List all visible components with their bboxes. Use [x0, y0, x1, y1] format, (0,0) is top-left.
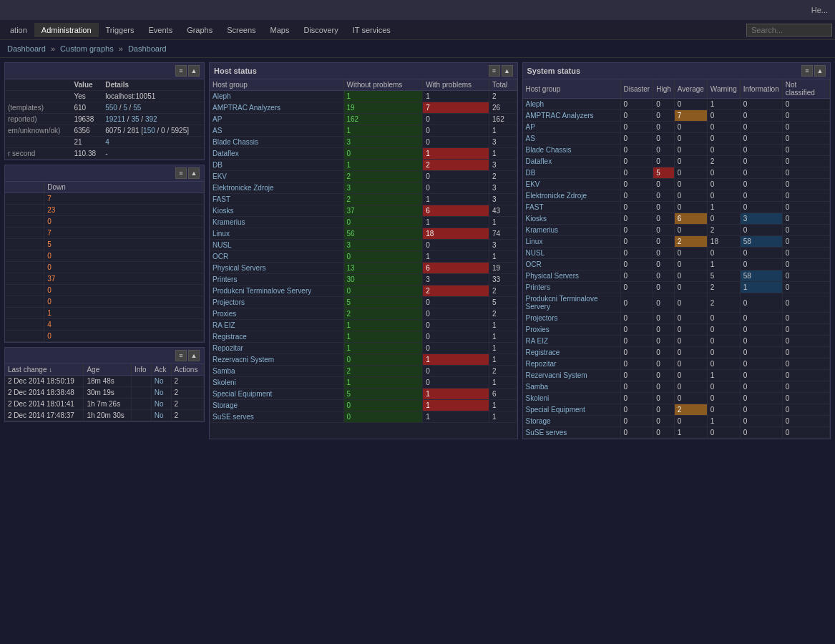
problems-widget-config[interactable]: ≡: [175, 350, 187, 361]
table-row: AP 0 0 0 0 0 0: [523, 122, 830, 133]
down-widget-toggle[interactable]: ▲: [188, 167, 200, 179]
nav-item-screens[interactable]: Screens: [220, 23, 263, 37]
table-row: 0: [5, 262, 204, 273]
table-row: Blade Chassis 3 0 3: [210, 137, 517, 148]
table-row: (templates) 610 550 / 5 / 55: [5, 102, 204, 114]
system-status-widget: System status ≡ ▲ Host group Disaster Hi…: [522, 62, 831, 439]
table-row: AMPTRAC Analyzers 19 7 26: [210, 102, 517, 114]
table-row: reported) 19638 19211 / 35 / 392: [5, 114, 204, 125]
table-row: r second 110.38 -: [5, 148, 204, 160]
table-row: NUSL 3 0 3: [210, 240, 517, 251]
table-row: 7: [5, 193, 204, 205]
table-row: Value Details: [5, 79, 204, 91]
table-row: Linux 0 0 2 18 58 0: [523, 236, 830, 248]
nav-item-maps[interactable]: Maps: [263, 23, 297, 37]
table-row: em/unknown/ok) 6356 6075 / 281 [150 / 0 …: [5, 125, 204, 137]
table-row: EKV 2 0 2: [210, 171, 517, 182]
table-row: Physical Servers 0 0 0 5 58 0: [523, 270, 830, 282]
system-status-table: Host group Disaster High Average Warning…: [523, 79, 831, 439]
table-row: Dataflex 0 0 0 2 0 0: [523, 156, 830, 167]
table-row: Elektronicke Zdroje 0 0 0 0 0 0: [523, 190, 830, 202]
problems-widget-toggle[interactable]: ▲: [188, 350, 200, 361]
system-status-toggle[interactable]: ▲: [814, 65, 826, 77]
table-row: Physical Servers 13 6 19: [210, 263, 517, 274]
down-widget-controls: ≡ ▲: [175, 167, 200, 179]
problems-table: Last change ↓ Age Info Ack Actions 2 Dec…: [5, 364, 204, 421]
host-status-header: Host status ≡ ▲: [210, 63, 517, 79]
top-bar: He...: [0, 0, 835, 20]
system-status-controls: ≡ ▲: [801, 65, 826, 77]
table-row: Repozitar 1 0 1: [210, 343, 517, 354]
table-row: Aleph 0 0 0 1 0 0: [523, 99, 830, 110]
table-row: Samba 0 0 0 0 0 0: [523, 381, 830, 393]
breadcrumb: Dashboard » Custom graphs » Dashboard: [0, 40, 835, 58]
nav-item-triggers[interactable]: Triggers: [99, 23, 142, 37]
table-row: Produkcni Terminalove Servery 0 2 2: [210, 286, 517, 297]
table-row: Kiosks 37 6 43: [210, 205, 517, 217]
problems-widget: ≡ ▲ Last change ↓ Age Info Ack Actions 2…: [4, 347, 205, 422]
table-row: Produkcni Terminalove Servery 0 0 0 2 0 …: [523, 293, 830, 313]
down-widget-header: ≡ ▲: [5, 165, 204, 182]
nav-search[interactable]: [746, 24, 832, 36]
nav-item-it-services[interactable]: IT services: [346, 23, 398, 37]
left-column: ≡ ▲ Value Details Yes localhost:10051: [4, 62, 205, 439]
table-row: AMPTRAC Analyzers 0 0 7 0 0 0: [523, 110, 830, 122]
nav-item-administration[interactable]: Administration: [34, 23, 99, 37]
info-widget-header: ≡ ▲: [5, 63, 204, 79]
table-row: Skoleni 1 0 1: [210, 377, 517, 389]
host-status-controls: ≡ ▲: [489, 65, 513, 77]
table-row: Elektronicke Zdroje 3 0 3: [210, 182, 517, 194]
table-row: Dataflex 0 1 1: [210, 148, 517, 160]
breadcrumb-current[interactable]: Dashboard: [128, 44, 167, 53]
table-row: FAST 0 0 0 1 0 0: [523, 202, 830, 213]
breadcrumb-dashboard[interactable]: Dashboard: [7, 44, 46, 53]
system-status-config[interactable]: ≡: [801, 65, 813, 77]
nav-item-ation[interactable]: ation: [3, 23, 34, 37]
host-status-toggle[interactable]: ▲: [502, 65, 513, 77]
table-row: Special Equipment 5 1 6: [210, 389, 517, 400]
table-row: 2 Dec 2014 18:38:48 30m 19s No 2: [5, 387, 204, 399]
host-status-title: Host status: [214, 67, 257, 75]
table-row: Repozitar 0 0 0 0 0 0: [523, 358, 830, 370]
table-row: Kramerius 0 1 1: [210, 217, 517, 228]
help-link[interactable]: He...: [811, 6, 828, 14]
table-row: DB 0 5 0 0 0 0: [523, 167, 830, 179]
table-row: Proxies 2 0 2: [210, 308, 517, 320]
table-row: AS 0 0 0 0 0 0: [523, 133, 830, 145]
table-row: 1: [5, 308, 204, 319]
table-row: 0: [5, 216, 204, 228]
info-widget-config[interactable]: ≡: [175, 65, 187, 77]
main-content: ≡ ▲ Value Details Yes localhost:10051: [0, 58, 835, 444]
nav-item-events[interactable]: Events: [142, 23, 180, 37]
table-row: Kiosks 0 0 6 0 3 0: [523, 213, 830, 225]
nav-item-graphs[interactable]: Graphs: [180, 23, 220, 37]
down-widget-config[interactable]: ≡: [175, 167, 187, 179]
table-row: Projectors 0 0 0 0 0 0: [523, 313, 830, 324]
host-status-config[interactable]: ≡: [489, 65, 500, 77]
nav-bar: ation Administration Triggers Events Gra…: [0, 20, 835, 40]
table-row: Special Equipment 0 0 2 0 0 0: [523, 404, 830, 416]
table-row: EKV 0 0 0 0 0 0: [523, 179, 830, 190]
table-row: 0: [5, 285, 204, 296]
table-row: 5: [5, 239, 204, 250]
info-widget-toggle[interactable]: ▲: [188, 65, 200, 77]
table-row: Registrace 1 0 1: [210, 331, 517, 343]
problems-widget-header: ≡ ▲: [5, 348, 204, 364]
table-row: Yes localhost:10051: [5, 91, 204, 102]
table-row: 4: [5, 319, 204, 331]
table-row: SuSE serves 0 0 1 0 0 0: [523, 427, 830, 439]
breadcrumb-custom-graphs[interactable]: Custom graphs: [60, 44, 114, 53]
table-row: Storage 0 0 0 1 0 0: [523, 416, 830, 427]
table-row: 0: [5, 331, 204, 342]
down-widget: ≡ ▲ Down 723075003700140: [4, 165, 205, 343]
table-row: Skoleni 0 0 0 0 0 0: [523, 393, 830, 404]
table-row: 21 4: [5, 137, 204, 148]
table-row: Registrace 0 0 0 0 0 0: [523, 347, 830, 358]
nav-item-discovery[interactable]: Discovery: [296, 23, 345, 37]
info-table: Value Details Yes localhost:10051 (templ…: [5, 79, 204, 160]
table-row: 23: [5, 205, 204, 216]
table-row: 7: [5, 228, 204, 239]
table-row: Blade Chassis 0 0 0 0 0 0: [523, 145, 830, 156]
table-row: DB 1 2 3: [210, 160, 517, 171]
system-status-title: System status: [527, 67, 581, 75]
